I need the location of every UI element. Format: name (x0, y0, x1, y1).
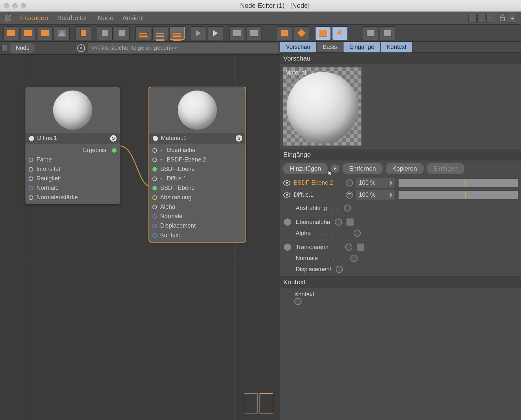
close-window-icon[interactable] (4, 3, 9, 8)
port-normale[interactable]: Normale (25, 183, 120, 193)
copy-button[interactable]: Kopieren (386, 163, 424, 174)
input-row-diffus[interactable]: Diffus.1 100 %▲▼ (280, 189, 521, 201)
tool-list-2-icon[interactable] (152, 26, 168, 40)
port-icon[interactable] (294, 298, 302, 305)
port-row[interactable]: BSDF-Ebene (149, 183, 246, 193)
menu-node[interactable]: Node (98, 14, 113, 22)
menu-erzeugen[interactable]: Erzeugen (20, 14, 48, 22)
tab-eingaenge[interactable]: Eingänge (344, 42, 380, 52)
checkbox[interactable] (357, 244, 364, 251)
tool-view-1-icon[interactable] (315, 26, 331, 40)
breadcrumb[interactable]: Node (10, 43, 35, 53)
tool-nodes-a-icon[interactable] (97, 26, 113, 40)
minimize-window-icon[interactable] (12, 3, 18, 8)
port-row[interactable]: ▾Diffus.1 (149, 174, 246, 183)
tool-view-2-icon[interactable] (332, 26, 348, 40)
node-canvas[interactable]: Diffus.1 S Ergebnis Farbe Intensität Rau… (0, 55, 280, 420)
zoom-window-icon[interactable] (21, 3, 26, 8)
window-title: Node-Editor (1) - [Node] (33, 2, 517, 9)
sphere-icon (287, 72, 358, 144)
tool-select-2-icon[interactable] (294, 26, 309, 40)
solo-icon[interactable]: S (110, 135, 117, 142)
context-row[interactable]: Kontext (280, 288, 521, 308)
link-icon[interactable] (346, 179, 353, 187)
port-normalenstaerke[interactable]: Normalenstärke (25, 193, 120, 202)
port-row[interactable]: ▾BSDF-Ebene.2 (149, 155, 246, 164)
node-type-icon (29, 135, 35, 141)
solo-icon[interactable]: S (236, 135, 242, 142)
prop-alpha[interactable]: Alpha. . . . . . . (280, 228, 521, 239)
port-farbe[interactable]: Farbe (25, 155, 120, 164)
tool-select-1-icon[interactable] (277, 26, 292, 40)
port-icon[interactable] (344, 204, 351, 212)
node-diffus-title: Diffus.1 (37, 135, 57, 142)
slider[interactable] (399, 179, 518, 187)
paste-button[interactable]: Einfügen (427, 163, 464, 174)
port-intensitaet[interactable]: Intensität (25, 164, 120, 174)
tool-list-1-icon[interactable] (135, 26, 151, 40)
port-row[interactable]: Kontext (149, 231, 246, 240)
prop-transparenz[interactable]: Transparenz. . (280, 242, 521, 253)
node-diffus-preview (25, 87, 120, 133)
port-icon[interactable] (345, 244, 352, 251)
tool-import-icon[interactable] (76, 26, 91, 40)
tool-1-icon[interactable] (3, 26, 19, 40)
port-row[interactable]: ▾Oberfläche (149, 146, 246, 155)
port-icon[interactable] (336, 266, 343, 273)
tool-4-icon[interactable] (54, 26, 70, 40)
lock-icon[interactable] (499, 14, 507, 22)
tool-nodes-b-icon[interactable] (114, 26, 130, 40)
tool-align-2-icon[interactable] (246, 26, 262, 40)
menu-bearbeiten[interactable]: Bearbeiten (57, 14, 89, 22)
prop-normale[interactable]: Normale. . . . . (280, 253, 521, 264)
percent-input[interactable]: 100 %▲▼ (356, 190, 395, 200)
minimap[interactable] (244, 393, 273, 413)
input-row-bsdf[interactable]: BSDF-Ebene.2 100 %▲▼ (280, 177, 521, 189)
checkbox[interactable] (346, 218, 354, 226)
add-panel-icon[interactable]: ＋ (508, 14, 516, 22)
tool-flow-1-icon[interactable] (363, 26, 378, 40)
port-icon[interactable] (354, 230, 361, 237)
tool-align-1-icon[interactable] (229, 26, 245, 40)
tool-step-icon[interactable] (208, 26, 223, 40)
menu-ansicht[interactable]: Ansicht (122, 14, 144, 22)
port-row[interactable]: Abstrahlung (149, 193, 246, 202)
layout-1-icon[interactable] (468, 14, 477, 22)
slider[interactable] (399, 191, 518, 199)
tool-2-icon[interactable] (20, 26, 36, 40)
tool-list-3-icon[interactable] (169, 26, 185, 40)
add-button[interactable]: Hinzufügen (283, 163, 328, 174)
node-material-preview (149, 87, 246, 133)
radio-icon[interactable] (284, 218, 291, 226)
port-row[interactable]: Displacement (149, 221, 246, 231)
clear-filter-icon[interactable]: ✕ (77, 44, 85, 52)
visibility-icon[interactable] (283, 192, 290, 198)
visibility-icon[interactable] (283, 180, 290, 186)
remove-button[interactable]: Entfernen (343, 163, 382, 174)
node-material[interactable]: Material.1 S ▾Oberfläche ▾BSDF-Ebene.2 B… (149, 87, 246, 242)
tab-kontext[interactable]: Kontext (381, 42, 412, 52)
link-icon[interactable] (346, 191, 353, 199)
port-icon[interactable] (335, 218, 342, 226)
tab-basis[interactable]: Basis (317, 42, 343, 52)
layout-2-icon[interactable] (477, 14, 486, 22)
port-rauigkeit[interactable]: Rauigkeit (25, 174, 120, 183)
tool-flow-2-icon[interactable] (380, 26, 395, 40)
port-output[interactable]: Ergebnis (25, 146, 120, 155)
prop-displacement[interactable]: Displacement (280, 264, 521, 275)
mode-icon[interactable] (1, 45, 8, 51)
tool-3-icon[interactable] (37, 26, 53, 40)
radio-icon[interactable] (284, 244, 291, 251)
port-row[interactable]: Normale (149, 212, 246, 221)
node-diffus[interactable]: Diffus.1 S Ergebnis Farbe Intensität Rau… (25, 87, 120, 204)
port-row[interactable]: BSDF-Ebene (149, 164, 246, 174)
tool-play-icon[interactable] (191, 26, 206, 40)
filter-input[interactable]: <<Filterzeichenfolge eingeben>> (88, 43, 278, 53)
prop-abstrahlung[interactable]: Abstrahlung. . (280, 203, 521, 214)
port-row[interactable]: Alpha (149, 202, 246, 212)
tab-vorschau[interactable]: Vorschau (280, 42, 316, 52)
prop-ebenenalpha[interactable]: Ebenenalpha (280, 217, 521, 228)
port-icon[interactable] (350, 255, 358, 262)
percent-input[interactable]: 100 %▲▼ (356, 178, 395, 188)
layout-3-icon[interactable] (486, 14, 495, 22)
